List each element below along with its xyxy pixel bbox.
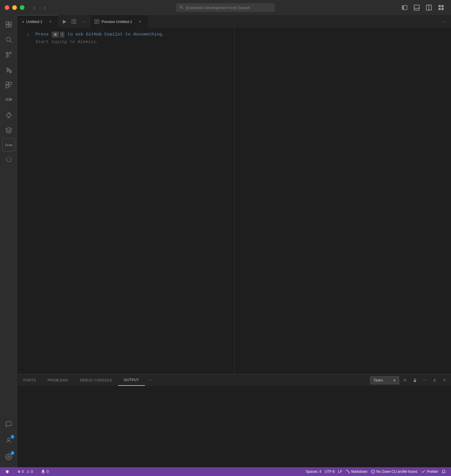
- activity-item-extensions[interactable]: [2, 78, 16, 92]
- svg-line-1: [182, 8, 183, 9]
- panel-tab-problems[interactable]: PROBLEMS: [42, 374, 74, 386]
- editor-scrollbar[interactable]: [230, 28, 234, 374]
- editor-panes: 1 Press ⌘ I to ask GitHub Copilot to do …: [17, 28, 451, 374]
- settings-badge: 1: [10, 451, 15, 455]
- activity-item-settings[interactable]: 1: [2, 450, 16, 464]
- search-icon: [180, 5, 184, 10]
- nav-buttons: ‹ ›: [30, 3, 49, 12]
- account-badge: 1: [10, 435, 15, 439]
- svg-line-17: [10, 41, 12, 43]
- activity-item-account[interactable]: 1: [2, 434, 16, 447]
- close-button[interactable]: [5, 5, 9, 10]
- status-prettier[interactable]: Prettier: [420, 470, 440, 474]
- panel: PORTS PROBLEMS DEBUG CONSOLE OUTPUT ··· …: [17, 374, 451, 467]
- svg-rect-39: [414, 380, 416, 382]
- line-number-1: 1: [17, 31, 29, 38]
- panel-tasks-dropdown[interactable]: Tasks ∨: [370, 376, 399, 384]
- status-eol[interactable]: LF: [336, 470, 344, 474]
- svg-point-31: [8, 438, 10, 441]
- svg-rect-12: [6, 22, 8, 24]
- nav-back-button[interactable]: ‹: [30, 3, 38, 12]
- dropdown-chevron-icon: ∨: [393, 378, 396, 382]
- tab-preview-untitled-1[interactable]: Preview Untitled-1 ×: [90, 15, 148, 28]
- tab-dot-icon: ●: [22, 20, 24, 23]
- svg-rect-15: [9, 25, 11, 27]
- svg-rect-10: [438, 8, 441, 10]
- activity-item-chat[interactable]: [2, 417, 16, 431]
- tab-untitled-label: Untitled-1: [26, 19, 42, 24]
- svg-rect-34: [74, 19, 76, 24]
- svg-rect-8: [438, 5, 441, 7]
- preview-tab-close-button[interactable]: ×: [137, 19, 143, 24]
- activity-item-json[interactable]: Json: [2, 138, 15, 151]
- layout-icon[interactable]: [436, 2, 446, 13]
- panel-more2-button[interactable]: ···: [421, 376, 429, 384]
- tab-bar: ● Untitled-1 × ▶ ··· Preview Untitled-1 …: [17, 15, 451, 28]
- preview-content: [235, 28, 451, 374]
- editor-text-area[interactable]: Press ⌘ I to ask GitHub Copilot to do so…: [34, 28, 230, 374]
- key-i: I: [60, 32, 64, 38]
- panel-tabs: PORTS PROBLEMS DEBUG CONSOLE OUTPUT ··· …: [17, 374, 451, 386]
- tab-untitled-1[interactable]: ● Untitled-1 ×: [17, 15, 58, 28]
- minimize-button[interactable]: [12, 5, 17, 10]
- editor-content[interactable]: 1 Press ⌘ I to ask GitHub Copilot to do …: [17, 28, 234, 374]
- activity-item-explorer[interactable]: [2, 17, 16, 31]
- panel-content: [17, 386, 451, 467]
- panel-tab-output[interactable]: OUTPUT: [118, 374, 145, 386]
- panel-list-button[interactable]: ≡: [401, 376, 409, 384]
- activity-item-zowe[interactable]: [2, 123, 16, 137]
- panel-collapse-button[interactable]: ∧: [431, 376, 439, 384]
- toggle-sidebar-icon[interactable]: [399, 2, 410, 13]
- preview-pane[interactable]: [235, 28, 451, 374]
- activity-item-docker[interactable]: [2, 152, 16, 166]
- text-something: something.: [138, 31, 164, 38]
- text-ghost-dismiss: Start typing to dismiss.: [35, 38, 98, 46]
- svg-rect-40: [42, 470, 44, 472]
- split-editor-button[interactable]: [70, 17, 78, 26]
- activity-item-search[interactable]: [2, 33, 16, 47]
- panel-tab-debug-console[interactable]: DEBUG CONSOLE: [74, 374, 118, 386]
- editor-area: ● Untitled-1 × ▶ ··· Preview Untitled-1 …: [17, 15, 451, 467]
- status-prettier-label: Prettier: [427, 470, 438, 474]
- activity-item-run-debug[interactable]: [2, 63, 16, 77]
- status-zowe[interactable]: No Zowe CLI profile found.: [369, 470, 420, 474]
- panel-tab-ports[interactable]: PORTS: [17, 374, 42, 386]
- status-errors[interactable]: ⊗ 0 ⚠ 0: [16, 467, 35, 476]
- status-bell[interactable]: [440, 470, 448, 474]
- activity-item-remote[interactable]: [2, 93, 16, 107]
- preview-more-button[interactable]: ···: [441, 17, 449, 26]
- svg-point-20: [6, 56, 8, 57]
- status-mic-count: 0: [47, 470, 49, 474]
- panel-more-button[interactable]: ···: [145, 374, 156, 386]
- editor-pane-left: 1 Press ⌘ I to ask GitHub Copilot to do …: [17, 28, 235, 374]
- svg-rect-25: [6, 82, 8, 85]
- panel-lock-button[interactable]: [411, 376, 419, 384]
- status-encoding[interactable]: UTF-8: [323, 470, 336, 474]
- toggle-panel-icon[interactable]: [411, 2, 422, 13]
- line-numbers: 1: [17, 28, 34, 374]
- status-language-label: Markdown: [351, 470, 367, 474]
- nav-forward-button[interactable]: ›: [41, 3, 49, 12]
- panel-close-button[interactable]: ×: [441, 376, 449, 384]
- activity-bottom: 1 1: [2, 417, 16, 465]
- search-bar[interactable]: [Extension Development Host] Search: [176, 3, 275, 12]
- toggle-editor-icon[interactable]: [424, 2, 434, 13]
- maximize-button[interactable]: [20, 5, 24, 10]
- panel-tasks-label: Tasks: [373, 378, 383, 382]
- tab-close-button[interactable]: ×: [47, 19, 53, 24]
- status-language[interactable]: Markdown: [344, 470, 369, 474]
- activity-item-source-control[interactable]: [2, 48, 16, 62]
- status-mic[interactable]: 0: [39, 467, 50, 476]
- status-spaces[interactable]: Spaces: 4: [304, 470, 323, 474]
- svg-rect-2: [402, 6, 403, 10]
- run-button[interactable]: ▶: [61, 17, 69, 26]
- status-error-icon: ⊗: [17, 470, 20, 474]
- traffic-lights: [5, 5, 24, 10]
- svg-point-32: [8, 456, 10, 458]
- more-actions-button[interactable]: ···: [79, 17, 87, 26]
- search-placeholder: [Extension Development Host] Search: [186, 6, 250, 10]
- activity-item-python[interactable]: [2, 108, 16, 122]
- title-bar: ‹ › [Extension Development Host] Search: [0, 0, 451, 15]
- status-remote-icon[interactable]: [3, 467, 11, 476]
- svg-rect-13: [9, 22, 11, 24]
